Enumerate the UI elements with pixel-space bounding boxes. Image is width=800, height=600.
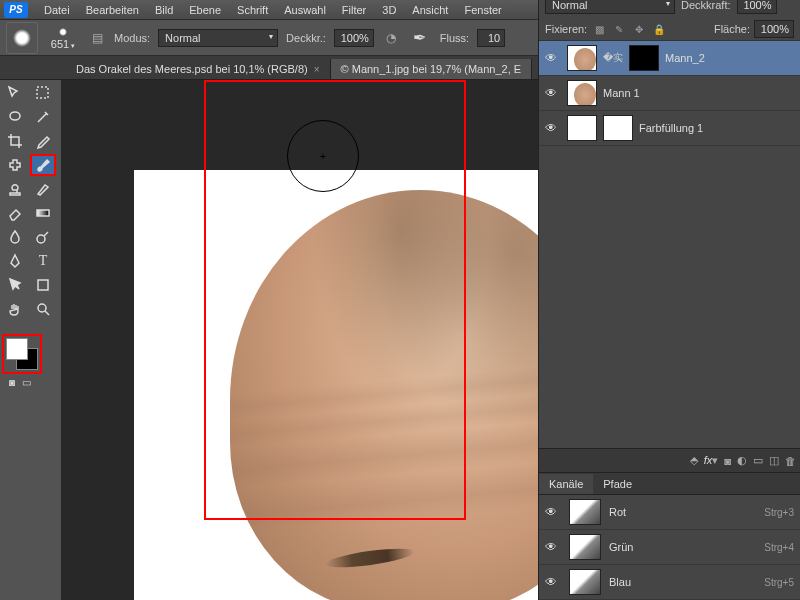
lock-label: Fixieren: (545, 23, 587, 35)
link-layers-icon[interactable]: ⬘ (690, 454, 698, 467)
airbrush-icon[interactable]: ✒ (408, 26, 432, 50)
channel-row[interactable]: 👁 Grün Strg+4 (539, 530, 800, 565)
blend-mode-select[interactable]: Normal (158, 29, 278, 47)
svg-point-3 (37, 235, 45, 243)
channel-thumbnail (569, 569, 601, 595)
mask-thumbnail[interactable] (603, 115, 633, 141)
brush-panel-icon[interactable]: ▤ (88, 29, 106, 47)
flow-input[interactable]: 10 (477, 29, 505, 47)
document-tab[interactable]: © Mann_1.jpg bei 19,7% (Mann_2, E (331, 59, 533, 79)
menu-select[interactable]: Auswahl (276, 4, 334, 16)
layer-thumbnail[interactable] (567, 80, 597, 106)
channel-row[interactable]: 👁 Blau Strg+5 (539, 565, 800, 600)
layer-name[interactable]: Mann 1 (603, 87, 794, 99)
paths-tab[interactable]: Pfade (593, 474, 642, 494)
channel-name: Rot (609, 506, 626, 518)
gradient-tool[interactable] (30, 202, 56, 224)
menu-view[interactable]: Ansicht (404, 4, 456, 16)
channel-shortcut: Strg+5 (764, 577, 794, 588)
opacity-input[interactable]: 100% (334, 29, 374, 47)
fill-label: Fläche: (714, 23, 750, 35)
menu-edit[interactable]: Bearbeiten (78, 4, 147, 16)
delete-layer-icon[interactable]: 🗑 (785, 455, 796, 467)
screenmode-icon[interactable]: ▭ (20, 376, 32, 388)
stamp-tool[interactable] (2, 178, 28, 200)
visibility-icon[interactable]: 👁 (545, 505, 561, 519)
document-tab[interactable]: Das Orakel des Meeres.psd bei 10,1% (RGB… (66, 59, 331, 79)
close-icon[interactable]: × (314, 64, 320, 75)
document-tab-title: Das Orakel des Meeres.psd bei 10,1% (RGB… (76, 63, 308, 75)
new-layer-icon[interactable]: ◫ (769, 454, 779, 467)
add-mask-icon[interactable]: ◙ (724, 455, 731, 467)
shape-tool[interactable] (30, 274, 56, 296)
layer-name[interactable]: Farbfüllung 1 (639, 122, 794, 134)
fill-input[interactable]: 100% (754, 20, 794, 38)
group-icon[interactable]: ▭ (753, 454, 763, 467)
layer-blend-select[interactable]: Normal (545, 0, 675, 14)
menu-type[interactable]: Schrift (229, 4, 276, 16)
layer-fx-icon[interactable]: fx▾ (704, 454, 719, 467)
brush-size-picker[interactable]: 651▾ (46, 26, 80, 50)
layer-thumbnail[interactable] (567, 45, 597, 71)
eraser-tool[interactable] (2, 202, 28, 224)
lock-position-icon[interactable]: ✥ (631, 21, 647, 37)
lock-transparency-icon[interactable]: ▩ (591, 21, 607, 37)
opacity-label: Deckkr.: (286, 32, 326, 44)
lock-pixels-icon[interactable]: ✎ (611, 21, 627, 37)
menu-3d[interactable]: 3D (374, 4, 404, 16)
menu-image[interactable]: Bild (147, 4, 181, 16)
visibility-icon[interactable]: 👁 (545, 121, 561, 135)
lasso-tool[interactable] (2, 106, 28, 128)
zoom-tool[interactable] (30, 298, 56, 320)
visibility-icon[interactable]: 👁 (545, 86, 561, 100)
layer-row[interactable]: 👁 Farbfüllung 1 (539, 111, 800, 146)
menu-filter[interactable]: Filter (334, 4, 374, 16)
move-tool[interactable] (2, 82, 28, 104)
layer-opacity-label: Deckkraft: (681, 0, 731, 11)
blur-tool[interactable] (2, 226, 28, 248)
wand-tool[interactable] (30, 106, 56, 128)
channel-name: Grün (609, 541, 633, 553)
mask-thumbnail[interactable] (629, 45, 659, 71)
channel-shortcut: Strg+3 (764, 507, 794, 518)
hand-tool[interactable] (2, 298, 28, 320)
menu-window[interactable]: Fenster (456, 4, 509, 16)
layer-row[interactable]: 👁 Mann 1 (539, 76, 800, 111)
svg-point-5 (38, 304, 46, 312)
color-swatches[interactable] (6, 338, 38, 370)
layer-name[interactable]: Mann_2 (665, 52, 794, 64)
channel-shortcut: Strg+4 (764, 542, 794, 553)
quickmask-icon[interactable]: ◙ (6, 376, 18, 388)
eyedropper-tool[interactable] (30, 130, 56, 152)
layer-opacity-input[interactable]: 100% (737, 0, 777, 14)
visibility-icon[interactable]: 👁 (545, 575, 561, 589)
dodge-tool[interactable] (30, 226, 56, 248)
layer-list: 👁 �实 Mann_2 👁 Mann 1 👁 Farbfüllung 1 (539, 41, 800, 146)
brush-size-value: 651 (51, 38, 69, 50)
channels-panel: Kanäle Pfade 👁 Rot Strg+3 👁 Grün Strg+4 … (539, 472, 800, 600)
type-tool[interactable]: T (30, 250, 56, 272)
crop-tool[interactable] (2, 130, 28, 152)
mask-link-icon[interactable]: �实 (603, 51, 623, 65)
tool-preset-picker[interactable] (6, 22, 38, 54)
pressure-opacity-icon[interactable]: ◔ (382, 29, 400, 47)
healing-tool[interactable] (2, 154, 28, 176)
history-brush-tool[interactable] (30, 178, 56, 200)
channels-tab[interactable]: Kanäle (539, 474, 593, 494)
layer-row[interactable]: 👁 �实 Mann_2 (539, 41, 800, 76)
svg-rect-4 (38, 280, 48, 290)
brush-tool[interactable] (30, 154, 56, 176)
channel-row[interactable]: 👁 Rot Strg+3 (539, 495, 800, 530)
visibility-icon[interactable]: 👁 (545, 51, 561, 65)
foreground-color[interactable] (6, 338, 28, 360)
adjustment-layer-icon[interactable]: ◐ (737, 454, 747, 467)
layer-thumbnail[interactable] (567, 115, 597, 141)
menu-file[interactable]: Datei (36, 4, 78, 16)
marquee-tool[interactable] (30, 82, 56, 104)
layers-panel-footer: ⬘ fx▾ ◙ ◐ ▭ ◫ 🗑 (539, 448, 800, 472)
lock-all-icon[interactable]: 🔒 (651, 21, 667, 37)
menu-layer[interactable]: Ebene (181, 4, 229, 16)
pen-tool[interactable] (2, 250, 28, 272)
visibility-icon[interactable]: 👁 (545, 540, 561, 554)
path-select-tool[interactable] (2, 274, 28, 296)
